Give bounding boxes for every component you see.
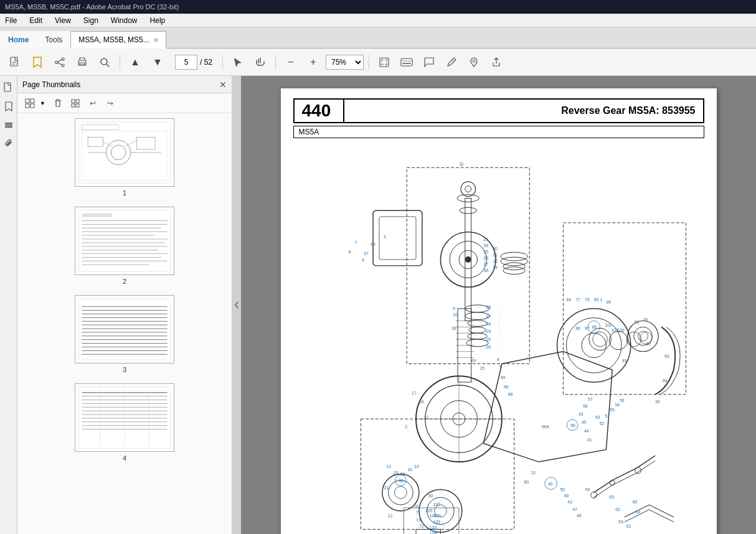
thumbnail-3[interactable]: 3 bbox=[22, 295, 227, 373]
svg-rect-92 bbox=[293, 149, 704, 534]
menu-help[interactable]: Help bbox=[148, 15, 168, 26]
share-button[interactable] bbox=[50, 52, 70, 72]
svg-rect-20 bbox=[4, 83, 11, 91]
svg-text:3: 3 bbox=[383, 235, 385, 239]
thumbnail-panel: Page Thumbnails ✕ ▼ ↩ ↪ bbox=[17, 76, 232, 534]
svg-text:44: 44 bbox=[584, 429, 588, 433]
print-button[interactable] bbox=[72, 52, 92, 72]
menu-view[interactable]: View bbox=[52, 15, 73, 26]
svg-text:71: 71 bbox=[416, 510, 421, 515]
bookmark-button[interactable] bbox=[27, 52, 47, 72]
attachment-icon[interactable] bbox=[2, 137, 16, 151]
pen-button[interactable] bbox=[442, 52, 461, 72]
svg-text:80: 80 bbox=[524, 480, 529, 484]
menu-file[interactable]: File bbox=[2, 15, 19, 26]
thumbnails-list[interactable]: 1 bbox=[17, 113, 232, 534]
pdf-viewer[interactable]: 440 Reverse Gear MS5A: 853955 MS5A bbox=[241, 76, 756, 534]
tab-tools[interactable]: Tools bbox=[37, 31, 70, 49]
thumbnail-4[interactable]: 4 bbox=[22, 383, 227, 462]
svg-text:96: 96 bbox=[399, 479, 404, 483]
svg-text:65: 65 bbox=[632, 500, 637, 504]
sidebar-collapse-button[interactable] bbox=[232, 76, 241, 534]
svg-text:7: 7 bbox=[354, 240, 357, 245]
svg-text:12: 12 bbox=[387, 513, 392, 518]
thumb-img-4 bbox=[75, 383, 174, 452]
select-tool-button[interactable] bbox=[228, 52, 248, 72]
page-nav: / 52 bbox=[175, 55, 212, 70]
menu-edit[interactable]: Edit bbox=[27, 15, 45, 26]
icon-bar bbox=[0, 76, 17, 534]
layers-icon[interactable] bbox=[2, 118, 16, 132]
keyboard-button[interactable] bbox=[397, 52, 417, 72]
title-bar: MS5A, MS5B, MS5C.pdf - Adobe Acrobat Pro… bbox=[0, 0, 756, 14]
svg-rect-23 bbox=[5, 126, 12, 128]
svg-text:28: 28 bbox=[483, 237, 488, 241]
svg-rect-10 bbox=[380, 58, 389, 67]
thumbnail-2[interactable]: 2 bbox=[22, 207, 227, 285]
menu-bar: File Edit View Sign Window Help bbox=[0, 14, 756, 27]
pdf-diagram: ① 7 8 97 6 96 3 28 39 25 26 27 36 bbox=[293, 143, 704, 534]
zoom-select[interactable]: 50% 75% 100% 125% 150% bbox=[326, 55, 364, 70]
svg-text:90: 90 bbox=[503, 385, 508, 389]
thumb-view-chevron[interactable]: ▼ bbox=[40, 100, 45, 106]
tab-doc-label: MS5A, MS5B, MS5... bbox=[78, 35, 149, 44]
thumb-img-2 bbox=[75, 207, 174, 275]
toolbar: ▲ ▼ / 52 − + 50% 75% 100% 125% 150% bbox=[0, 49, 756, 76]
thumbnail-close-icon[interactable]: ✕ bbox=[219, 80, 227, 90]
svg-text:79: 79 bbox=[584, 297, 589, 302]
export-button[interactable] bbox=[486, 52, 506, 72]
pdf-title: Reverse Gear MS5A: 853955 bbox=[344, 103, 703, 119]
svg-text:107: 107 bbox=[433, 502, 440, 507]
new-button[interactable] bbox=[5, 52, 25, 72]
comment-button[interactable] bbox=[419, 52, 439, 72]
svg-text:106: 106 bbox=[433, 513, 441, 518]
title-text: MS5A, MS5B, MS5C.pdf - Adobe Acrobat Pro… bbox=[5, 3, 179, 11]
thumbnail-toolbar: ▼ ↩ ↪ bbox=[17, 93, 232, 113]
thumbnail-1[interactable]: 1 bbox=[22, 118, 227, 197]
svg-text:36: 36 bbox=[483, 268, 488, 273]
thumb-reduce-btn[interactable] bbox=[68, 96, 83, 111]
svg-text:40: 40 bbox=[547, 482, 552, 486]
redo-btn[interactable]: ↪ bbox=[103, 96, 118, 111]
svg-text:①: ① bbox=[458, 161, 463, 167]
page-icon[interactable] bbox=[2, 81, 16, 95]
svg-text:21: 21 bbox=[384, 485, 389, 490]
svg-text:13: 13 bbox=[531, 471, 536, 475]
pdf-page-number: 440 bbox=[295, 100, 344, 122]
svg-text:19: 19 bbox=[400, 472, 405, 476]
zoom-out-button[interactable]: − bbox=[281, 52, 301, 72]
svg-point-100 bbox=[465, 256, 471, 263]
hand-tool-button[interactable] bbox=[250, 52, 270, 72]
svg-point-1 bbox=[62, 58, 64, 60]
svg-rect-60 bbox=[75, 296, 173, 363]
zoom-in-button[interactable]: + bbox=[303, 52, 323, 72]
svg-text:103: 103 bbox=[433, 520, 440, 524]
thumbnail-header: Page Thumbnails ✕ bbox=[17, 76, 232, 93]
tab-document[interactable]: MS5A, MS5B, MS5... ✕ bbox=[70, 31, 166, 49]
svg-text:8: 8 bbox=[348, 250, 351, 254]
svg-text:16: 16 bbox=[407, 467, 412, 472]
menu-window[interactable]: Window bbox=[108, 15, 140, 26]
thumb-label-3: 3 bbox=[123, 366, 126, 373]
bookmark-panel-icon[interactable] bbox=[2, 100, 16, 113]
svg-text:32: 32 bbox=[493, 259, 498, 263]
menu-sign[interactable]: Sign bbox=[81, 15, 101, 26]
svg-text:2: 2 bbox=[405, 424, 407, 429]
svg-rect-0 bbox=[11, 57, 17, 66]
scroll-up-button[interactable]: ▲ bbox=[125, 52, 145, 72]
thumb-view-btn[interactable] bbox=[22, 96, 37, 111]
tab-tools-label: Tools bbox=[45, 35, 62, 44]
thumb-delete-btn[interactable] bbox=[50, 96, 65, 111]
page-input[interactable] bbox=[175, 55, 197, 70]
fit-page-button[interactable] bbox=[374, 52, 394, 72]
thumb-label-1: 1 bbox=[123, 189, 126, 197]
toolbar-sep-4 bbox=[369, 55, 369, 70]
location-button[interactable] bbox=[464, 52, 484, 72]
tab-close-icon[interactable]: ✕ bbox=[153, 37, 158, 44]
tab-home[interactable]: Home bbox=[0, 31, 37, 49]
scroll-down-button[interactable]: ▼ bbox=[148, 52, 168, 72]
undo-btn[interactable]: ↩ bbox=[85, 96, 100, 111]
svg-text:84: 84 bbox=[566, 297, 571, 302]
svg-text:96: 96 bbox=[570, 423, 575, 428]
search-button[interactable] bbox=[95, 52, 115, 72]
